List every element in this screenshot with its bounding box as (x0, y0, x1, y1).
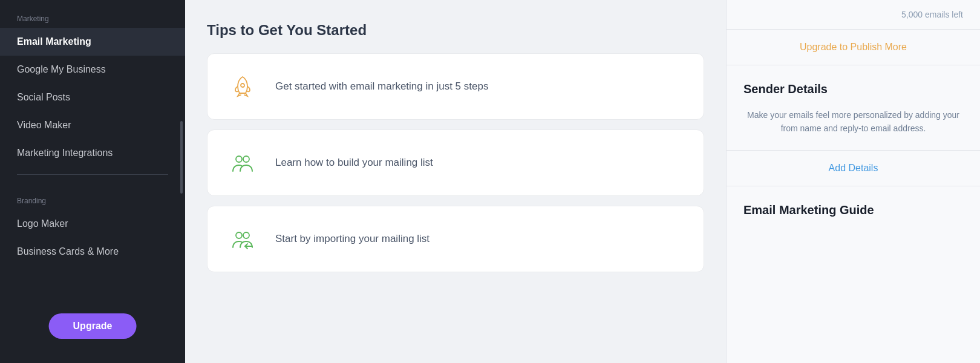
sidebar-item-google-my-business[interactable]: Google My Business (0, 56, 185, 83)
card-text-mailing-list: Learn how to build your mailing list (275, 157, 433, 169)
right-top-bar: 5,000 emails left (727, 0, 980, 30)
svg-point-3 (236, 232, 242, 238)
people-icon (227, 147, 258, 178)
svg-point-1 (236, 156, 242, 162)
sidebar-divider (17, 174, 168, 175)
main-content: Tips to Get You Started Get started with… (185, 0, 726, 363)
svg-point-0 (241, 83, 244, 87)
email-guide-title: Email Marketing Guide (743, 203, 963, 217)
upgrade-to-publish-link[interactable]: Upgrade to Publish More (800, 42, 907, 53)
sidebar-item-email-marketing[interactable]: Email Marketing (0, 28, 185, 56)
svg-point-2 (243, 156, 249, 162)
page-title: Tips to Get You Started (207, 22, 704, 39)
sidebar-item-marketing-integrations[interactable]: Marketing Integrations (0, 139, 185, 167)
rocket-icon (227, 71, 258, 102)
right-panel: 5,000 emails left Upgrade to Publish Mor… (726, 0, 980, 363)
import-icon (227, 223, 258, 255)
card-text-import: Start by importing your mailing list (275, 233, 430, 245)
sidebar: Marketing Email Marketing Google My Busi… (0, 0, 185, 363)
tips-card-import[interactable]: Start by importing your mailing list (207, 206, 704, 272)
sidebar-scrollbar (180, 121, 183, 194)
sidebar-item-video-maker[interactable]: Video Maker (0, 111, 185, 139)
tips-card-mailing-list[interactable]: Learn how to build your mailing list (207, 129, 704, 196)
sidebar-section-branding: Branding (0, 182, 185, 210)
tips-card-rocket[interactable]: Get started with email marketing in just… (207, 53, 704, 120)
sender-details-title: Sender Details (743, 82, 963, 96)
emails-left-count: 5,000 emails left (901, 10, 963, 19)
sidebar-item-social-posts[interactable]: Social Posts (0, 83, 185, 111)
sender-description-text: Make your emails feel more personalized … (743, 108, 963, 136)
add-details-link-bar: Add Details (727, 151, 980, 186)
sidebar-item-business-cards[interactable]: Business Cards & More (0, 238, 185, 266)
add-details-link[interactable]: Add Details (829, 163, 878, 174)
sender-details-section: Sender Details Make your emails feel mor… (727, 65, 980, 151)
sidebar-section-marketing: Marketing (0, 0, 185, 28)
upgrade-button[interactable]: Upgrade (49, 313, 137, 339)
card-text-rocket: Get started with email marketing in just… (275, 80, 488, 93)
sidebar-item-logo-maker[interactable]: Logo Maker (0, 210, 185, 238)
upgrade-link-bar: Upgrade to Publish More (727, 30, 980, 65)
svg-point-4 (243, 232, 249, 238)
email-guide-section: Email Marketing Guide (727, 186, 980, 217)
